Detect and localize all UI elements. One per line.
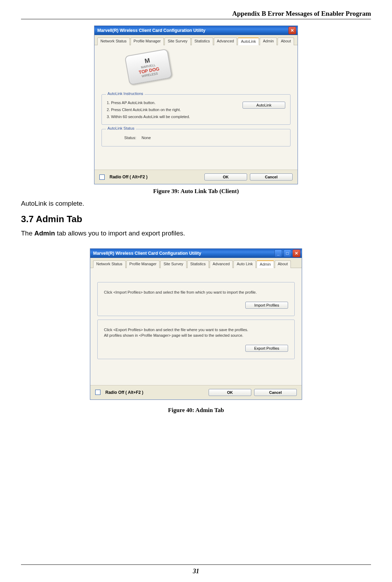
- instruction-3: 3. Within 60 seconds AutoLink will be co…: [107, 114, 234, 121]
- header-rule: [21, 19, 371, 19]
- radio-off-checkbox[interactable]: [95, 390, 100, 395]
- import-profiles-group: Click <Import Profiles> button and selec…: [97, 282, 295, 316]
- fig40-window: Marvell(R) Wireless Client Card Configur…: [90, 248, 302, 400]
- autolink-instructions-group: AutoLink Instructions 1. Press AP AutoLi…: [102, 94, 290, 125]
- tab-about[interactable]: About: [278, 37, 294, 45]
- autolink-status-group: AutoLink Status Status: None: [102, 129, 290, 146]
- export-profiles-button[interactable]: Export Profiles: [245, 345, 288, 352]
- import-profiles-text: Click <Import Profiles> button and selec…: [104, 289, 288, 295]
- instruction-2: 2. Press Client AutoLink button on the r…: [107, 107, 234, 114]
- radio-off-label: Radio Off ( Alt+F2 ): [105, 390, 206, 395]
- fig40-tabs: Network Status Profile Manager Site Surv…: [90, 258, 302, 268]
- fig39-window-title: Marvell(R) Wireless Client Card Configur…: [97, 28, 205, 33]
- tab-about[interactable]: About: [275, 260, 291, 268]
- minimize-icon[interactable]: _: [274, 249, 282, 257]
- section-3-7-heading: 3.7 Admin Tab: [21, 214, 371, 225]
- radio-off-label: Radio Off ( Alt+F2 ): [110, 174, 202, 179]
- marvell-logo-icon: M MARVELL TOP DOG WIRELESS: [125, 49, 173, 85]
- fig39-window: Marvell(R) Wireless Client Card Configur…: [94, 26, 298, 184]
- fig39-caption: Figure 39: Auto Link Tab (Client): [21, 188, 371, 195]
- fig40-caption: Figure 40: Admin Tab: [21, 407, 371, 414]
- tab-statistics[interactable]: Statistics: [191, 37, 213, 45]
- tab-network-status[interactable]: Network Status: [97, 37, 130, 45]
- footer-rule: [21, 564, 371, 565]
- tab-site-survey[interactable]: Site Survey: [164, 37, 190, 45]
- export-profiles-group: Click <Export Profiles> button and selec…: [97, 320, 295, 359]
- close-icon[interactable]: ✕: [288, 27, 296, 34]
- cancel-button[interactable]: Cancel: [254, 389, 297, 396]
- radio-off-checkbox[interactable]: [99, 174, 105, 180]
- tab-profile-manager[interactable]: Profile Manager: [126, 260, 160, 268]
- autolink-instructions-title: AutoLink Instructions: [106, 91, 145, 96]
- page-header-title: Appendix B Error Messages of Enabler Pro…: [21, 10, 371, 18]
- tab-admin[interactable]: Admin: [257, 260, 274, 268]
- fig40-window-title: Marvell(R) Wireless Client Card Configur…: [93, 251, 201, 256]
- tab-statistics[interactable]: Statistics: [187, 260, 209, 268]
- status-label: Status:: [124, 136, 136, 140]
- ok-button[interactable]: OK: [209, 389, 251, 396]
- autolink-complete-text: AutoLink is complete.: [21, 200, 371, 207]
- tab-profile-manager[interactable]: Profile Manager: [131, 37, 164, 45]
- autolink-button[interactable]: AutoLink: [243, 102, 285, 109]
- tab-autolink[interactable]: AutoLink: [238, 37, 259, 45]
- tab-admin[interactable]: Admin: [260, 37, 277, 45]
- fig40-titlebar: Marvell(R) Wireless Client Card Configur…: [90, 249, 302, 258]
- tab-network-status[interactable]: Network Status: [93, 260, 126, 268]
- export-profiles-text-1: Click <Export Profiles> button and selec…: [104, 327, 288, 333]
- autolink-status-title: AutoLink Status: [106, 126, 136, 130]
- instruction-1: 1. Press AP AutoLink button.: [107, 100, 234, 107]
- tab-site-survey[interactable]: Site Survey: [160, 260, 186, 268]
- maximize-icon[interactable]: □: [284, 249, 291, 257]
- close-icon[interactable]: ✕: [293, 249, 300, 257]
- tab-advanced[interactable]: Advanced: [214, 37, 237, 45]
- fig39-titlebar: Marvell(R) Wireless Client Card Configur…: [94, 26, 298, 35]
- export-profiles-text-2: All profiles shown in <Profile Manager> …: [104, 333, 288, 338]
- admin-tab-intro: The Admin tab allows you to import and e…: [21, 230, 371, 237]
- import-profiles-button[interactable]: Import Profiles: [245, 302, 288, 309]
- cancel-button[interactable]: Cancel: [250, 173, 293, 180]
- tab-advanced[interactable]: Advanced: [210, 260, 233, 268]
- status-value: None: [142, 136, 151, 140]
- tab-auto-link[interactable]: Auto Link: [233, 260, 256, 268]
- ok-button[interactable]: OK: [204, 173, 247, 180]
- fig39-tabs: Network Status Profile Manager Site Surv…: [94, 35, 298, 45]
- page-number: 31: [21, 568, 371, 575]
